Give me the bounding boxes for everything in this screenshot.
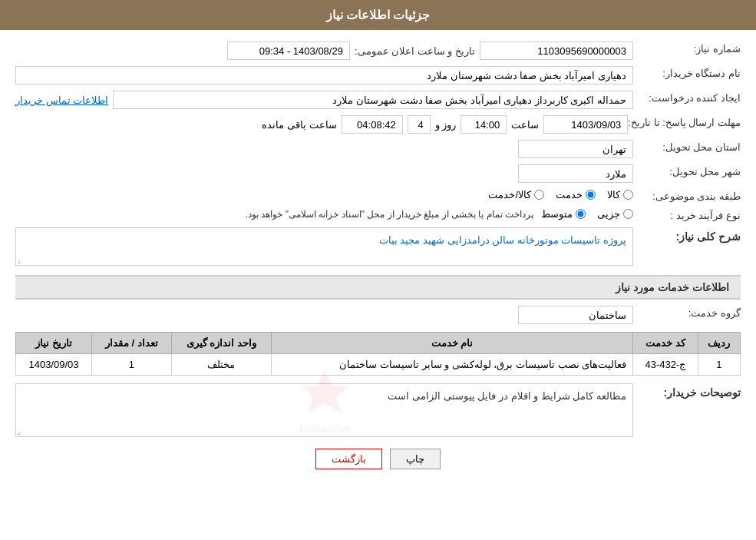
category-khedmat[interactable]: خدمت [556, 189, 596, 200]
city-value: ملارد [518, 164, 633, 183]
announcement-date-label: تاریخ و ساعت اعلان عمومی: [355, 45, 475, 57]
category-label: طبقه بندی موضوعی: [633, 189, 741, 202]
resize-handle[interactable]: ⌟ [17, 256, 21, 264]
description-section-label: شرح کلی نیاز: [633, 227, 741, 243]
category-kala[interactable]: کالا [607, 189, 633, 200]
buyer-notes-value: مطالعه کامل شرایط و اقلام در فایل پیوستی… [388, 390, 626, 402]
cell-service-name: فعالیت‌های نصب تاسیسات برق، لوله‌کشی و س… [272, 354, 633, 376]
remaining-time-label: ساعت باقی مانده [262, 119, 336, 131]
request-number-value: 1103095690000003 [480, 41, 633, 60]
purchase-type-options: جزیی متوسط [541, 208, 633, 220]
category-options: کالا خدمت کالا/خدمت [15, 189, 633, 200]
announcement-date-value: 1403/08/29 - 09:34 [227, 41, 350, 60]
cell-unit: مختلف [171, 354, 272, 376]
col-service-code: کد خدمت [633, 333, 698, 354]
service-group-label: گروه خدمت: [633, 306, 741, 319]
cell-row-num: 1 [698, 354, 740, 376]
table-row: 1 ج-432-43 فعالیت‌های نصب تاسیسات برق، ل… [16, 354, 741, 376]
notes-resize-handle[interactable]: ⌟ [17, 427, 21, 436]
cell-service-code: ج-432-43 [633, 354, 698, 376]
col-date: تاریخ نیاز [16, 333, 92, 354]
response-days-label: روز و [435, 119, 457, 131]
print-button[interactable]: چاپ [390, 449, 441, 469]
col-quantity: تعداد / مقدار [92, 333, 172, 354]
cell-date: 1403/09/03 [16, 354, 92, 376]
province-value: تهران [518, 140, 633, 158]
contact-link[interactable]: اطلاعات تماس خریدار [15, 94, 108, 106]
category-kala-khedmat[interactable]: کالا/خدمت [488, 189, 544, 200]
creator-label: ایجاد کننده درخواست: [633, 91, 741, 104]
response-date-value: 1403/09/03 [543, 115, 628, 134]
services-table: ردیف کد خدمت نام خدمت واحد اندازه گیری ت… [15, 332, 741, 376]
page-title: جزئیات اطلاعات نیاز [0, 0, 756, 30]
buyer-org-label: نام دستگاه خریدار: [633, 66, 741, 79]
cell-quantity: 1 [92, 354, 172, 376]
purchase-type-note: پرداخت تمام یا بخشی از مبلغ خریدار از مح… [246, 209, 533, 220]
response-time-value: 14:00 [461, 115, 507, 134]
purchase-type-motavasset[interactable]: متوسط [541, 208, 586, 220]
purchase-type-label: نوع فرآیند خرید : [633, 208, 741, 221]
response-days-value: 4 [408, 115, 431, 134]
buyer-notes-box: مطالعه کامل شرایط و اقلام در فایل پیوستی… [15, 383, 633, 437]
purchase-type-jozi[interactable]: جزیی [597, 208, 633, 220]
response-deadline-label: مهلت ارسال پاسخ: تا تاریخ: [628, 115, 741, 128]
col-row-num: ردیف [698, 333, 740, 354]
bottom-buttons: چاپ بازگشت [15, 449, 741, 485]
description-value: پروژه تاسیسات موتورخانه سالن درامدزایی ش… [15, 227, 633, 266]
remaining-time-value: 04:08:42 [342, 115, 403, 134]
buyer-notes-label: توصیحات خریدار: [633, 383, 741, 399]
buyer-org-value: دهیاری امیرآباد بخش صفا دشت شهرستان ملار… [15, 66, 633, 84]
col-unit: واحد اندازه گیری [171, 333, 272, 354]
response-time-label: ساعت [511, 119, 539, 131]
city-label: شهر محل تحویل: [633, 164, 741, 177]
col-service-name: نام خدمت [272, 333, 633, 354]
province-label: استان محل تحویل: [633, 140, 741, 153]
creator-value: حمداله اکبری کاربرداز دهیاری امیرآباد بخ… [113, 91, 633, 109]
svg-text:AnaRender.net: AnaRender.net [299, 426, 350, 434]
watermark: AnaRender.net [279, 363, 371, 458]
service-group-value: ساختمان [518, 306, 633, 324]
request-number-label: شماره نیاز: [633, 41, 741, 55]
back-button[interactable]: بازگشت [315, 449, 382, 469]
services-section-title: اطلاعات خدمات مورد نیاز [15, 275, 741, 300]
